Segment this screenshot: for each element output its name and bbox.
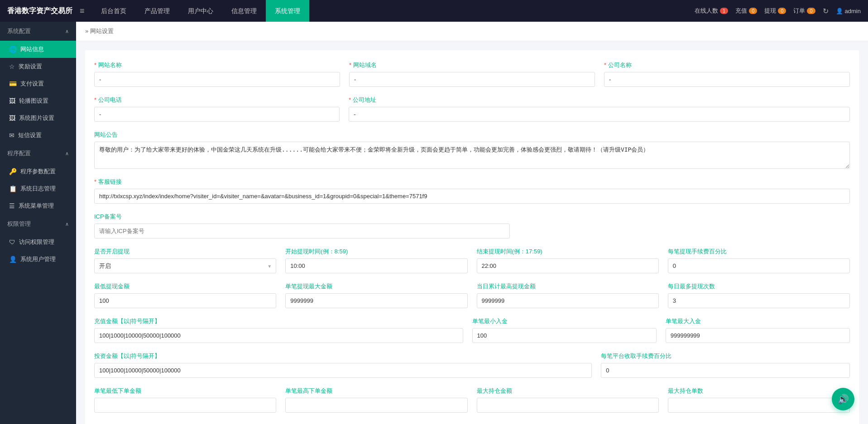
form-group-min-order: 单笔最低下单金额 (94, 387, 276, 413)
breadcrumb: » 网站设置 (76, 22, 868, 41)
hamburger-icon[interactable]: ≡ (80, 6, 85, 16)
nav-item-dashboard[interactable]: 后台首页 (92, 0, 135, 22)
form-group-address: 公司地址 (349, 96, 850, 122)
program-config-section[interactable]: 程序配置 ∧ (0, 144, 76, 163)
params-icon: 🔑 (9, 168, 17, 175)
sidebar-item-label: 轮播图设置 (19, 97, 48, 105)
nav-item-users[interactable]: 用户中心 (179, 0, 222, 22)
online-label: 在线人数 (695, 7, 718, 15)
sidebar-item-label: 系统日志管理 (20, 185, 56, 193)
customer-link-input[interactable] (94, 189, 850, 204)
form-group-max-single-withdrawal: 单笔提现最大金额 (285, 282, 467, 308)
form-group-site-domain: 网站域名 (349, 61, 595, 87)
nav-item-info[interactable]: 信息管理 (222, 0, 266, 22)
company-address-label: 公司地址 (349, 96, 850, 104)
breadcrumb-page: 网站设置 (90, 28, 114, 34)
nav-item-products[interactable]: 产品管理 (135, 0, 179, 22)
sys-images-icon: 🖼 (9, 114, 15, 122)
start-time-label: 开始提现时间(例：8:59) (285, 248, 467, 256)
form-group-withdrawal-fee: 每笔提现手续费百分比 (668, 248, 850, 273)
platform-fee-input[interactable] (601, 363, 850, 378)
site-domain-input[interactable] (349, 72, 595, 87)
sidebar-item-bonus[interactable]: ☆ 奖励设置 (0, 58, 76, 75)
max-single-withdrawal-input[interactable] (285, 293, 467, 308)
sidebar-item-sys-images[interactable]: 🖼 系统图片设置 (0, 110, 76, 127)
form-group-min-withdrawal: 最低提现金额 (94, 282, 276, 308)
company-address-input[interactable] (349, 107, 850, 122)
max-order-input[interactable] (285, 398, 467, 413)
withdraw-item[interactable]: 提现 0 (764, 7, 786, 15)
icp-input[interactable] (94, 224, 510, 238)
company-name-label: 公司名称 (604, 61, 850, 69)
start-time-input[interactable] (285, 258, 467, 273)
company-phone-input[interactable] (94, 107, 340, 122)
form-row-icp: ICP备案号 (94, 213, 850, 238)
end-time-input[interactable] (477, 258, 659, 273)
form-group-start-time: 开始提现时间(例：8:59) (285, 248, 467, 273)
sidebar-item-site-info[interactable]: 🌐 网站信息 (0, 41, 76, 58)
nav-items: 后台首页 产品管理 用户中心 信息管理 系统管理 (92, 0, 695, 22)
brand-logo: 香港数字资产交易所 (7, 6, 80, 16)
min-order-input[interactable] (94, 398, 276, 413)
company-name-input[interactable] (604, 72, 850, 87)
refresh-icon[interactable]: ↻ (823, 7, 829, 15)
max-holding-input[interactable] (477, 398, 659, 413)
announcement-label: 网站公告 (94, 131, 850, 139)
withdrawal-open-select[interactable]: 开启 关闭 (94, 258, 276, 273)
sidebar-item-menus[interactable]: ☰ 系统菜单管理 (0, 197, 76, 214)
system-config-section[interactable]: 系统配置 ∧ (0, 22, 76, 41)
order-item[interactable]: 订单 0 (793, 7, 815, 15)
min-withdrawal-input[interactable] (94, 293, 276, 308)
daily-max-times-input[interactable] (668, 293, 850, 308)
carousel-icon: 🖼 (9, 97, 15, 105)
admin-info[interactable]: 👤 admin (836, 8, 861, 14)
system-config-label: 系统配置 (7, 27, 31, 35)
permission-label: 权限管理 (7, 220, 31, 228)
max-single-withdrawal-label: 单笔提现最大金额 (285, 282, 467, 291)
fab-button[interactable]: 🔊 (832, 388, 854, 410)
sidebar-item-payment[interactable]: 💳 支付设置 (0, 75, 76, 92)
announcement-textarea[interactable]: 尊敬的用户：为了给大家带来更好的体验，中国金荣这几天系统在升级......可能会… (94, 142, 850, 169)
form-group-company-name: 公司名称 (604, 61, 850, 87)
company-phone-label: 公司电话 (94, 96, 340, 104)
sidebar-item-access[interactable]: 🛡 访问权限管理 (0, 233, 76, 251)
admin-label: admin (845, 8, 861, 14)
form-row-withdrawal-limits: 最低提现金额 单笔提现最大金额 当日累计最高提现金额 每日最多提现次数 (94, 282, 850, 308)
form-row-1: 网站名称 网站域名 公司名称 (94, 61, 850, 87)
form-group-customer-link: 客服链接 (94, 178, 850, 204)
site-name-input[interactable] (94, 72, 340, 87)
recharge-item[interactable]: 充值 0 (735, 7, 757, 15)
nav-item-system[interactable]: 系统管理 (266, 0, 309, 22)
max-holding-label: 最大持仓金额 (477, 387, 659, 395)
sidebar: 系统配置 ∧ 🌐 网站信息 ☆ 奖励设置 💳 支付设置 🖼 轮播图设置 🖼 系统… (0, 22, 76, 424)
payment-icon: 💳 (9, 80, 17, 87)
admin-icon: 👤 (836, 8, 843, 14)
recharge-amounts-input[interactable] (94, 328, 463, 343)
sidebar-item-params[interactable]: 🔑 程序参数配置 (0, 163, 76, 180)
program-config-chevron: ∧ (65, 151, 69, 157)
withdraw-label: 提现 (764, 7, 776, 15)
form-group-phone: 公司电话 (94, 96, 340, 122)
max-recharge-input[interactable] (666, 328, 850, 343)
withdraw-badge: 0 (778, 8, 786, 14)
end-time-label: 结束提现时间(例：17:59) (477, 248, 659, 256)
sidebar-item-label: 支付设置 (20, 80, 44, 88)
recharge-label: 充值 (735, 7, 747, 15)
sms-icon: ✉ (9, 132, 14, 139)
sidebar-item-sys-users[interactable]: 👤 系统用户管理 (0, 251, 76, 268)
site-name-label: 网站名称 (94, 61, 340, 69)
form-group-min-recharge: 单笔最小入金 (472, 317, 657, 343)
permission-section[interactable]: 权限管理 ∧ (0, 214, 76, 233)
sidebar-item-sms[interactable]: ✉ 短信设置 (0, 127, 76, 144)
invest-amounts-input[interactable] (94, 363, 592, 378)
withdrawal-fee-input[interactable] (668, 258, 850, 273)
min-recharge-input[interactable] (472, 328, 657, 343)
form-group-daily-max-times: 每日最多提现次数 (668, 282, 850, 308)
sidebar-item-carousel[interactable]: 🖼 轮播图设置 (0, 92, 76, 110)
sidebar-item-logs[interactable]: 📋 系统日志管理 (0, 180, 76, 197)
sys-users-icon: 👤 (9, 256, 17, 263)
sidebar-item-label: 短信设置 (18, 131, 42, 139)
daily-max-withdrawal-input[interactable] (477, 293, 659, 308)
form-group-withdrawal-open: 是否开启提现 开启 关闭 (94, 248, 276, 273)
max-holding-count-input[interactable] (668, 398, 850, 413)
